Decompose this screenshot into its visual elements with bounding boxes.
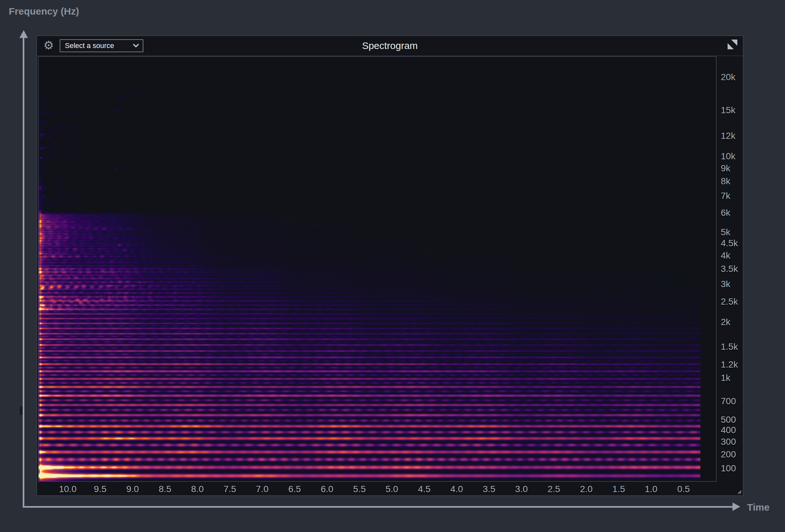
plot-area [38, 56, 716, 482]
time-tick-label: 4.0 [444, 484, 470, 495]
freq-tick-label: 2.5k [721, 297, 743, 307]
freq-tick-label: 20k [721, 72, 743, 82]
freq-tick-label: 15k [721, 105, 743, 116]
panel-header: ⚙ Select a source Spectrogram [37, 36, 743, 56]
y-axis-arrow-line [23, 37, 24, 508]
freq-tick-label: 700 [721, 396, 743, 406]
gear-icon: ⚙ [44, 39, 54, 52]
freq-tick-label: 10k [721, 151, 743, 161]
freq-tick-label: 4.5k [721, 238, 743, 249]
time-tick-label: 5.5 [347, 484, 372, 495]
time-tick-label: 2.5 [541, 484, 567, 495]
freq-tick-label: 400 [721, 425, 743, 435]
x-axis-arrow-head [732, 503, 740, 511]
expand-diagonal-icon [728, 45, 737, 50]
panel-title: Spectrogram [362, 40, 418, 51]
x-axis-arrow-line [23, 506, 733, 508]
time-tick-label: 7.0 [249, 484, 275, 495]
time-tick-label: 7.5 [217, 484, 243, 495]
freq-tick-label: 1k [721, 373, 743, 383]
source-select-value: Select a source [60, 42, 133, 50]
freq-tick-label: 2k [721, 317, 743, 327]
freq-tick-label: 4k [721, 250, 743, 261]
freq-tick-label: 5k [721, 227, 743, 237]
freq-tick-label: 9k [721, 163, 743, 174]
freq-tick-label: 500 [721, 414, 743, 425]
x-axis-title: Time [747, 502, 769, 513]
chevron-down-icon [133, 44, 139, 48]
page: Frequency (Hz) Time ⚙ Select a source Sp… [0, 0, 785, 532]
settings-button[interactable]: ⚙ [42, 37, 56, 53]
y-axis-tick-mark [20, 406, 23, 415]
time-tick-label: 3.5 [476, 484, 502, 495]
freq-tick-label: 6k [721, 208, 743, 218]
spectrogram-canvas [39, 57, 716, 481]
time-tick-label: 5.0 [379, 484, 405, 495]
time-tick-label: 2.0 [573, 484, 599, 495]
time-tick-label: 1.0 [638, 484, 664, 495]
time-tick-label: 6.0 [314, 484, 340, 495]
freq-tick-label: 1.2k [721, 359, 743, 370]
time-tick-label: 10.0 [55, 484, 81, 495]
freq-tick-label: 300 [721, 437, 743, 447]
freq-tick-label: 7k [721, 191, 743, 201]
freq-tick-label: 3k [721, 279, 743, 289]
source-select[interactable]: Select a source [60, 39, 143, 52]
time-tick-label: 3.0 [509, 484, 535, 495]
time-tick-label: 9.5 [87, 484, 113, 495]
freq-tick-label: 100 [721, 463, 743, 474]
freq-tick-label: 12k [721, 131, 743, 141]
expand-button[interactable] [726, 38, 739, 51]
resize-grip-icon[interactable] [735, 488, 742, 495]
time-tick-label: 1.5 [606, 484, 632, 495]
time-tick-label: 8.0 [184, 484, 210, 495]
time-tick-label: 9.0 [120, 484, 146, 495]
spectrogram-panel: ⚙ Select a source Spectrogram [36, 35, 743, 496]
freq-tick-label: 3.5k [721, 264, 743, 274]
time-tick-label: 4.5 [411, 484, 437, 495]
freq-tick-label: 8k [721, 176, 743, 186]
y-axis-title: Frequency (Hz) [9, 6, 79, 17]
time-tick-label: 0.5 [670, 484, 697, 495]
freq-tick-label: 200 [721, 449, 743, 460]
time-tick-label: 8.5 [152, 484, 178, 495]
time-tick-label: 6.5 [282, 484, 307, 495]
freq-tick-label: 1.5k [721, 341, 743, 352]
